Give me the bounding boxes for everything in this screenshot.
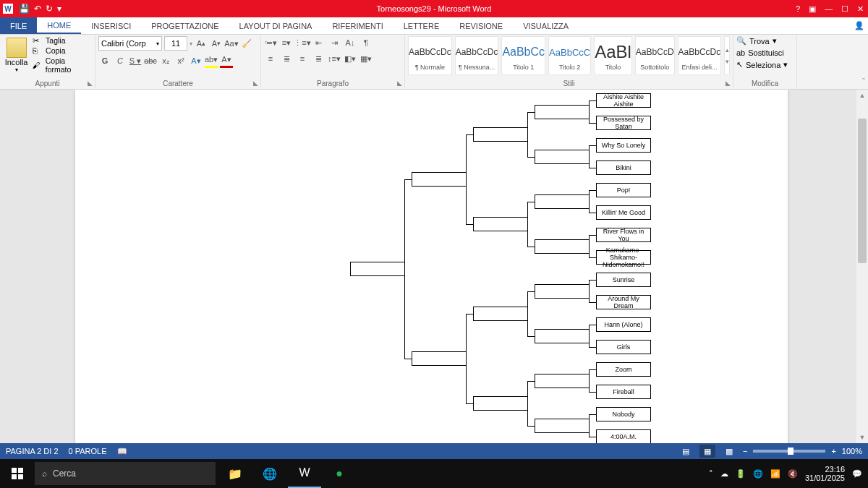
bracket-slot[interactable] xyxy=(473,217,528,231)
align-right-button[interactable]: ≡ xyxy=(296,52,309,65)
tab-references[interactable]: RIFERIMENTI xyxy=(322,17,393,34)
collapse-ribbon-button[interactable]: ˆ xyxy=(862,77,865,87)
word-count[interactable]: 0 PAROLE xyxy=(69,447,107,456)
line-spacing-button[interactable]: ↕≡▾ xyxy=(328,52,341,65)
read-mode-button[interactable]: ▤ xyxy=(678,445,694,458)
underline-button[interactable]: S ▾ xyxy=(129,53,142,68)
italic-button[interactable]: C xyxy=(114,53,127,68)
cut-button[interactable]: ✂Taglia xyxy=(33,36,92,45)
bracket-song-15[interactable]: 4:00A.M. xyxy=(596,429,651,443)
shading-button[interactable]: ◧▾ xyxy=(344,52,357,65)
format-painter-button[interactable]: 🖌Copia formato xyxy=(33,56,92,74)
bracket-song-5[interactable]: Killin' Me Good xyxy=(596,205,651,220)
bracket-song-12[interactable]: Zoom xyxy=(596,362,651,377)
numbering-button[interactable]: ≡▾ xyxy=(280,36,293,49)
task-word[interactable]: W xyxy=(288,459,321,488)
replace-button[interactable]: abSostituisci xyxy=(736,48,784,57)
tab-insert[interactable]: INSERISCI xyxy=(81,17,141,34)
scroll-down-icon[interactable]: ▼ xyxy=(856,432,868,443)
close-icon[interactable]: ✕ xyxy=(857,4,864,14)
tray-notifications-icon[interactable]: 💬 xyxy=(852,469,862,479)
style-titolo-1[interactable]: AaBbCcTitolo 1 xyxy=(501,36,545,75)
select-button[interactable]: ↖Seleziona ▾ xyxy=(736,60,788,69)
bracket-slot[interactable] xyxy=(473,127,528,142)
help-icon[interactable]: ? xyxy=(796,4,800,13)
find-button[interactable]: 🔍Trova ▾ xyxy=(736,36,777,46)
bracket-slot[interactable] xyxy=(535,150,590,164)
bracket-slot[interactable] xyxy=(412,172,467,187)
dec-indent-button[interactable]: ⇤ xyxy=(312,36,325,49)
align-center-button[interactable]: ≣ xyxy=(280,52,293,65)
start-button[interactable] xyxy=(0,459,35,488)
font-size-combo[interactable]: 11 xyxy=(164,36,187,51)
inc-indent-button[interactable]: ⇥ xyxy=(328,36,341,49)
style-enfasi-deli-[interactable]: AaBbCcDcEnfasi deli... xyxy=(678,36,722,75)
tab-review[interactable]: REVISIONE xyxy=(449,17,513,34)
undo-icon[interactable]: ↶ xyxy=(34,4,41,14)
redo-icon[interactable]: ↻ xyxy=(46,4,53,14)
minimize-icon[interactable]: — xyxy=(825,4,833,13)
multilevel-button[interactable]: ⋮≡▾ xyxy=(296,36,309,49)
tab-view[interactable]: VISUALIZZA xyxy=(513,17,579,34)
taskbar-search[interactable]: ⌕Cerca xyxy=(35,462,216,485)
zoom-level[interactable]: 100% xyxy=(842,447,862,455)
tray-volume-icon[interactable]: 🔇 xyxy=(788,469,798,479)
bracket-song-4[interactable]: Pop! xyxy=(596,183,651,197)
style-sottotitolo[interactable]: AaBbCcDSottotitolo xyxy=(635,36,675,75)
justify-button[interactable]: ≣ xyxy=(312,52,325,65)
align-left-button[interactable]: ≡ xyxy=(264,52,277,65)
document-page[interactable]: Aishite Aishite AishitePossessed by Sata… xyxy=(75,90,788,443)
vertical-scrollbar[interactable]: ▲ ▼ xyxy=(856,90,868,443)
bracket-slot[interactable] xyxy=(473,307,528,321)
qat-customize-icon[interactable]: ▾ xyxy=(57,4,61,14)
zoom-knob[interactable] xyxy=(788,448,793,455)
bracket-slot[interactable] xyxy=(473,396,528,411)
bracket-song-8[interactable]: Sunrise xyxy=(596,273,651,287)
bracket-slot[interactable] xyxy=(535,194,590,209)
bracket-song-7[interactable]: Kamukamo-Shikamo-Nidomokamo!! xyxy=(596,250,651,265)
show-marks-button[interactable]: ¶ xyxy=(359,36,373,49)
bracket-song-13[interactable]: Fireball xyxy=(596,385,651,399)
task-explorer[interactable]: 📁 xyxy=(218,459,252,488)
highlight-button[interactable]: ab▾ xyxy=(205,53,218,68)
superscript-button[interactable]: x² xyxy=(174,53,187,68)
tray-clock[interactable]: 23:16 31/01/2025 xyxy=(805,465,845,482)
styles-more-button[interactable]: ▴▾ xyxy=(724,36,730,75)
bracket-song-3[interactable]: Bikini xyxy=(596,160,651,175)
font-dialog-launcher[interactable]: ◣ xyxy=(253,80,258,87)
web-layout-button[interactable]: ▩ xyxy=(721,445,737,458)
tab-layout[interactable]: LAYOUT DI PAGINA xyxy=(229,17,323,34)
clipboard-dialog-launcher[interactable]: ◣ xyxy=(88,80,93,87)
bracket-song-1[interactable]: Possessed by Satan xyxy=(596,116,651,130)
maximize-icon[interactable]: ☐ xyxy=(841,4,848,14)
tray-lang-icon[interactable]: 🌐 xyxy=(753,469,763,479)
task-chrome[interactable]: 🌐 xyxy=(253,459,286,488)
styles-dialog-launcher[interactable]: ◣ xyxy=(726,80,731,87)
subscript-button[interactable]: x₂ xyxy=(159,53,172,68)
bracket-song-14[interactable]: Nobody xyxy=(596,407,651,421)
bracket-slot[interactable] xyxy=(535,105,590,119)
grow-font-button[interactable]: A▴ xyxy=(195,36,208,51)
bracket-slot[interactable] xyxy=(350,262,405,276)
task-spotify[interactable]: ● xyxy=(323,459,356,488)
style--normale[interactable]: AaBbCcDc¶ Normale xyxy=(408,36,452,75)
borders-button[interactable]: ▦▾ xyxy=(359,52,373,65)
bracket-song-11[interactable]: Girls xyxy=(596,340,651,354)
bracket-song-0[interactable]: Aishite Aishite Aishite xyxy=(596,93,651,108)
tray-chevron-icon[interactable]: ˄ xyxy=(709,469,713,479)
save-icon[interactable]: 💾 xyxy=(19,4,30,14)
tab-mailings[interactable]: LETTERE xyxy=(393,17,450,34)
clear-format-button[interactable]: 🧹 xyxy=(240,36,253,51)
bracket-slot[interactable] xyxy=(412,351,467,366)
paste-button[interactable]: Incolla ▾ xyxy=(3,36,30,73)
proofing-icon[interactable]: 📖 xyxy=(117,447,127,456)
tab-design[interactable]: PROGETTAZIONE xyxy=(141,17,229,34)
shrink-font-button[interactable]: A▾ xyxy=(210,36,223,51)
bracket-slot[interactable] xyxy=(535,374,590,388)
print-layout-button[interactable]: ▦ xyxy=(699,445,715,458)
style-titolo[interactable]: AaBlTitolo xyxy=(594,36,632,75)
style--nessuna-[interactable]: AaBbCcDc¶ Nessuna... xyxy=(455,36,499,75)
bullets-button[interactable]: ≔▾ xyxy=(264,36,277,49)
style-titolo-2[interactable]: AaBbCcCTitolo 2 xyxy=(548,36,591,75)
copy-button[interactable]: ⎘Copia xyxy=(33,46,92,55)
